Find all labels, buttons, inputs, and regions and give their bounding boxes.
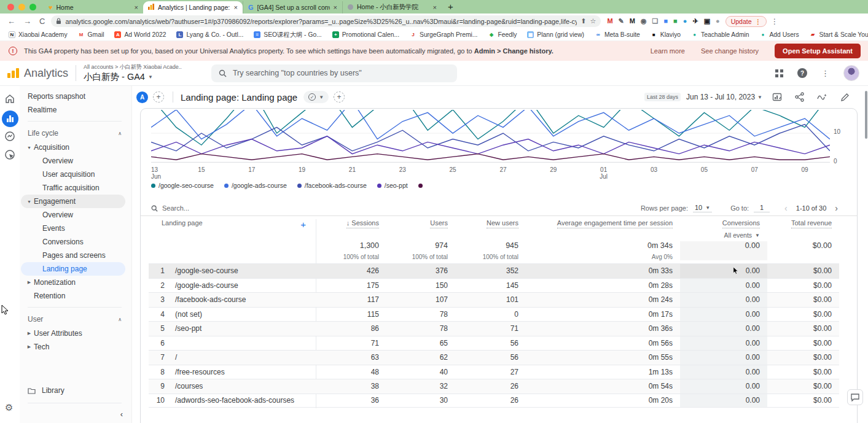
back-icon[interactable]: ←	[7, 17, 15, 26]
share-icon[interactable]	[795, 92, 804, 102]
bookmark-star-icon[interactable]: ☆	[590, 17, 596, 25]
landing-page-link[interactable]: /	[175, 353, 177, 362]
add-comparison-icon[interactable]: +	[153, 91, 164, 103]
table-row[interactable]: 2/google-ads-course1751501450m 28s0.00$0…	[149, 278, 839, 293]
customize-report-icon[interactable]	[772, 92, 782, 102]
add-column-icon[interactable]: +	[300, 219, 306, 230]
bookmark-item[interactable]: ≡SEO课程大纲 - Go...	[254, 31, 321, 39]
collapse-sidebar-icon[interactable]: ‹	[120, 409, 123, 419]
landing-page-link[interactable]: /seo-ppt	[175, 324, 201, 333]
sidebar-item-events[interactable]: Events	[20, 222, 125, 235]
sidebar-item-tech[interactable]: ▶Tech	[20, 340, 125, 354]
table-row[interactable]: 3/facebook-ads-course1171071010m 24s0.00…	[149, 292, 839, 307]
rows-per-page-select[interactable]: 10▼	[693, 204, 712, 212]
conversions-filter[interactable]: All events▼	[724, 231, 760, 239]
date-range-picker[interactable]: Jun 13 - Jul 10, 2023	[686, 93, 755, 101]
browser-tab[interactable]: Analytics | Landing page: Land×	[143, 1, 243, 14]
gmail-extension-icon[interactable]: M	[607, 18, 612, 25]
bookmark-item[interactable]: ●Teachable Admin	[691, 31, 749, 38]
see-change-history-link[interactable]: See change history	[701, 47, 759, 55]
sidebar-item-reports-snapshot[interactable]: Reports snapshot	[20, 90, 125, 103]
sidebar-item-engagement[interactable]: ▼Engagement	[21, 195, 125, 208]
bookmark-item[interactable]: LLyang & Co. - Outl...	[176, 31, 243, 38]
landing-page-link[interactable]: /google-seo-course	[175, 266, 238, 275]
table-row[interactable]: 67165560m 56s0.00$0.00	[149, 336, 839, 351]
header-kebab-icon[interactable]: ⋮	[821, 69, 829, 78]
close-window-button[interactable]	[7, 4, 14, 10]
sidebar-item-overview[interactable]: Overview	[20, 154, 125, 168]
analytics-logo-icon[interactable]	[7, 68, 19, 78]
add-filter-icon[interactable]: +	[334, 91, 345, 103]
browser-tab[interactable]: ♥Home×	[44, 1, 143, 14]
column-header-users[interactable]: Users	[386, 219, 455, 239]
prev-page-icon[interactable]: ‹	[784, 203, 788, 213]
sidebar-item-conversions[interactable]: Conversions	[20, 235, 125, 249]
column-header-total-revenue[interactable]: Total revenue	[767, 219, 839, 239]
close-tab-icon[interactable]: ×	[234, 4, 238, 11]
go-to-input[interactable]: 1	[754, 204, 770, 212]
advertising-icon[interactable]	[4, 149, 15, 160]
bookmark-item[interactable]: ▰Start & Scale Your...	[810, 31, 868, 38]
green-app-extension-icon[interactable]: ■	[673, 18, 678, 25]
circle-extension-icon[interactable]: ●	[716, 18, 720, 25]
landing-page-link[interactable]: /facebook-ads-course	[175, 295, 246, 304]
sidebar-item-landing-page[interactable]: Landing page	[21, 262, 125, 276]
window-extension-icon[interactable]: ▣	[704, 18, 710, 25]
scrollbar-thumb[interactable]	[865, 91, 867, 139]
landing-page-link[interactable]: /free-resources	[175, 368, 225, 376]
column-header-sessions[interactable]: ↓ Sessions	[316, 219, 386, 239]
url-text[interactable]: analytics.google.com/analytics/web/?auth…	[65, 18, 577, 25]
blue-app-extension-icon[interactable]: ■	[663, 18, 668, 25]
bookmark-item[interactable]: JSurgeGraph Premi...	[410, 31, 477, 38]
sidebar-section-life-cycle[interactable]: Life cycle∧	[20, 126, 131, 141]
sidebar-item-user-attributes[interactable]: ▶User Attributes	[20, 327, 125, 340]
browser-tab[interactable]: Home - 小白新势学院×	[342, 1, 442, 14]
close-tab-icon[interactable]: ×	[334, 4, 337, 11]
comparison-badge[interactable]: A	[136, 91, 148, 103]
bookmark-item[interactable]: ◆Feedly	[488, 31, 517, 38]
table-row[interactable]: 7/6362560m 55s0.00$0.00	[149, 350, 839, 365]
landing-page-link[interactable]: /google-ads-course	[175, 281, 238, 290]
sidebar-item-traffic-acquisition[interactable]: Traffic acquisition	[20, 181, 125, 195]
chrome-update-button[interactable]: Update⋮	[725, 16, 767, 27]
admin-gear-icon[interactable]: ⚙	[5, 402, 13, 413]
sidebar-item-realtime[interactable]: Realtime	[20, 103, 125, 117]
sidebar-item-acquisition[interactable]: ▼Acquisition	[20, 141, 125, 154]
edit-pencil-icon[interactable]	[840, 93, 850, 102]
mono-m-extension-icon[interactable]: M	[630, 18, 635, 25]
sticker-extension-icon[interactable]: ❏	[652, 18, 659, 25]
search-input[interactable]: Try searching "top countries by users"	[211, 64, 457, 82]
table-row[interactable]: 4(not set)1157800m 17s0.00$0.00	[149, 307, 839, 322]
reports-icon[interactable]	[2, 111, 18, 127]
close-tab-icon[interactable]: ×	[433, 4, 437, 11]
column-header-average-engagement-time-per-session[interactable]: Average engagement time per session	[526, 219, 680, 239]
pin-extension-icon[interactable]: ✈	[692, 18, 698, 25]
zoom-window-button[interactable]	[29, 4, 36, 10]
open-setup-assistant-button[interactable]: Open Setup Assistant	[775, 44, 861, 58]
bookmark-item[interactable]: ∞Meta B-suite	[595, 31, 640, 38]
property-switcher[interactable]: All accounts > 小白新势 Xiaobai Acade.. 小白新势…	[84, 63, 182, 83]
landing-page-link[interactable]: (not set)	[175, 310, 202, 319]
sidebar-section-user[interactable]: User∧	[20, 312, 131, 327]
column-header-new-users[interactable]: New users	[455, 219, 526, 239]
window-controls[interactable]	[0, 4, 44, 14]
help-icon[interactable]: ?	[797, 68, 807, 78]
bookmark-item[interactable]: ■Klaviyo	[651, 31, 681, 38]
learn-more-link[interactable]: Learn more	[651, 47, 685, 55]
table-row[interactable]: 5/seo-ppt8678710m 36s0.00$0.00	[149, 321, 839, 336]
forward-icon[interactable]: →	[23, 17, 31, 26]
apps-grid-icon[interactable]	[775, 69, 783, 77]
minimize-window-button[interactable]	[18, 4, 25, 10]
address-bar[interactable]: analytics.google.com/analytics/web/?auth…	[51, 15, 601, 27]
sidebar-item-user-acquisition[interactable]: User acquisition	[20, 168, 125, 181]
sidebar-item-retention[interactable]: Retention	[20, 289, 125, 303]
column-header-conversions[interactable]: ConversionsAll events▼	[680, 219, 767, 239]
avatar[interactable]	[843, 65, 859, 81]
landing-page-link[interactable]: /adwords-seo-facebook-ads-courses	[175, 396, 294, 405]
close-tab-icon[interactable]: ×	[135, 4, 138, 11]
pen-extension-icon[interactable]: ✎	[619, 18, 624, 25]
sidebar-item-pages-and-screens[interactable]: Pages and screens	[20, 249, 125, 262]
table-row[interactable]: 9/courses3832260m 54s0.00$0.00	[149, 379, 839, 394]
table-search-input[interactable]: Search...	[151, 204, 189, 212]
home-icon[interactable]	[4, 93, 15, 104]
